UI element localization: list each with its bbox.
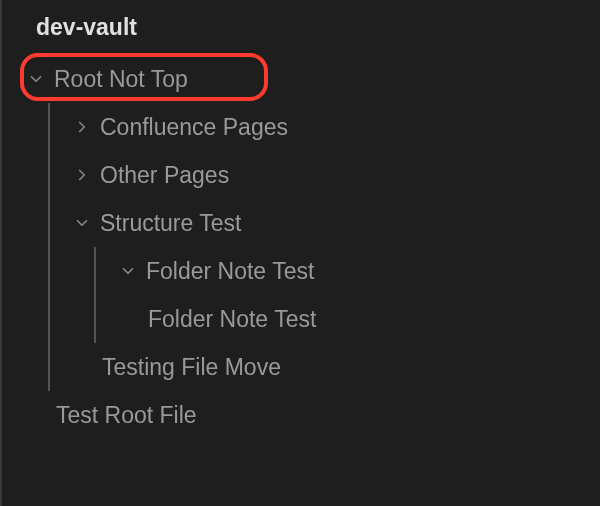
indent-guide: [48, 343, 50, 391]
chevron-down-icon[interactable]: [70, 211, 94, 235]
indent-guide: [94, 295, 96, 343]
indent-guide: [48, 151, 50, 199]
tree-file[interactable]: Testing File Move: [14, 343, 600, 391]
tree-folder-root[interactable]: Root Not Top: [14, 55, 600, 103]
chevron-right-icon[interactable]: [70, 115, 94, 139]
indent-guide: [48, 247, 50, 295]
tree-item-label: Root Not Top: [54, 66, 188, 93]
tree-item-label: Testing File Move: [102, 354, 281, 381]
tree-file[interactable]: Folder Note Test: [14, 295, 600, 343]
tree-folder[interactable]: Folder Note Test: [14, 247, 600, 295]
tree-folder[interactable]: Structure Test: [14, 199, 600, 247]
indent-guide: [94, 247, 96, 295]
vault-name: dev-vault: [2, 0, 600, 55]
tree-item-label: Other Pages: [100, 162, 229, 189]
indent-guide: [48, 199, 50, 247]
tree-file[interactable]: Test Root File: [14, 391, 600, 439]
indent-guide: [48, 295, 50, 343]
chevron-down-icon[interactable]: [116, 259, 140, 283]
tree-folder[interactable]: Confluence Pages: [14, 103, 600, 151]
tree-item-label: Test Root File: [56, 402, 197, 429]
tree-item-label: Folder Note Test: [148, 306, 316, 333]
tree-folder[interactable]: Other Pages: [14, 151, 600, 199]
file-tree: Root Not Top Confluence Pages Other Page…: [2, 55, 600, 439]
indent-guide: [48, 103, 50, 151]
tree-item-label: Structure Test: [100, 210, 241, 237]
chevron-down-icon[interactable]: [24, 67, 48, 91]
chevron-right-icon[interactable]: [70, 163, 94, 187]
tree-item-label: Folder Note Test: [146, 258, 314, 285]
tree-item-label: Confluence Pages: [100, 114, 288, 141]
